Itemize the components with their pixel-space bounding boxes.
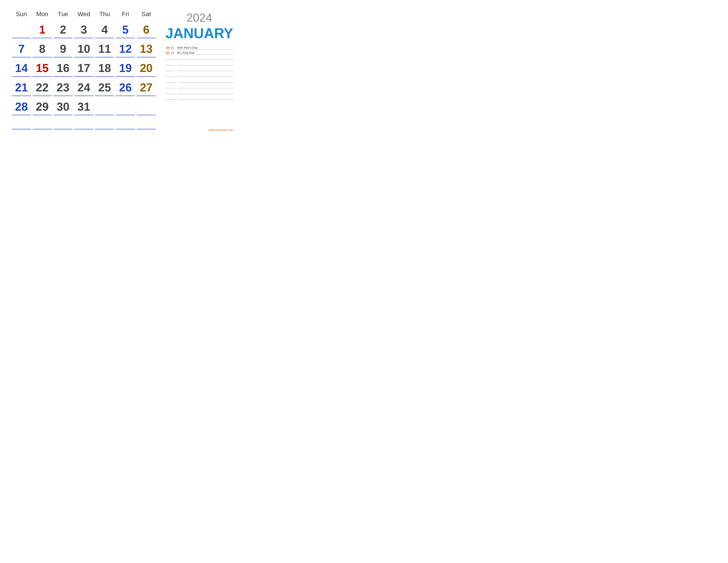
event-name-2: M L King Day [177,51,233,55]
week-5-underline [11,114,157,115]
header-tue: Tue [53,9,73,19]
day-empty-sat [136,98,157,114]
day-20: 20 [136,60,157,76]
day-25: 25 [94,79,115,95]
day-18: 18 [94,60,115,76]
day-6: 6 [136,21,157,37]
day-1: 1 [32,21,53,37]
day-5: 5 [115,21,136,37]
header-fri: Fri [115,9,136,19]
week-1-underline [11,37,157,38]
day-4: 4 [94,21,115,37]
day-17: 17 [73,60,94,76]
blank-date-2 [165,62,175,65]
header-mon: Mon [32,9,53,19]
header-wed: Wed [73,9,94,19]
day-3: 3 [73,21,94,37]
blank-date-3 [165,68,175,71]
day-10: 10 [73,40,94,56]
day-9: 9 [53,40,73,56]
blank-line-5 [165,79,233,83]
day-19: 19 [115,60,136,76]
week-6-underline [11,128,157,129]
event-name-1: New Year's Day [177,46,233,50]
day-22: 22 [32,79,53,95]
blank-text-7 [177,90,233,94]
month-label: JANUARY [165,25,233,41]
day-8: 8 [32,40,53,56]
week-3-underline [11,76,157,77]
header-thu: Thu [94,9,115,19]
blank-text-3 [177,68,233,71]
blank-text-5 [177,79,233,83]
week-4: 21 22 23 24 25 26 27 [11,79,157,95]
day-16: 16 [53,60,73,76]
day-23: 23 [53,79,73,95]
blank-text-1 [177,56,233,60]
day-26: 26 [115,79,136,95]
day-empty-thu [94,98,115,114]
day-15: 15 [32,60,53,76]
week-4-underline [11,95,157,96]
calendar-container: Sun Mon Tue Wed Thu Fri Sat 1 2 3 4 5 6 … [11,9,232,132]
day-28: 28 [11,98,32,114]
blank-text-2 [177,62,233,65]
blank-line-2 [165,62,233,65]
blank-date-5 [165,79,175,83]
blank-line-8 [165,96,233,100]
week-2-underline [11,56,157,57]
website-label: blank-calendar.com [165,126,233,132]
day-11: 11 [94,40,115,56]
day-headers: Sun Mon Tue Wed Thu Fri Sat [11,9,157,19]
year-label: 2024 [165,11,233,24]
blank-date-4 [165,73,175,77]
blank-line-1 [165,56,233,60]
blank-date-7 [165,90,175,94]
event-date-1: Jan 01 [165,46,175,50]
event-date-2: Jan 15 [165,51,175,55]
week-5: 28 29 30 31 [11,98,157,114]
blank-text-4 [177,73,233,77]
day-empty [11,21,32,37]
blank-line-4 [165,73,233,77]
day-30: 30 [53,98,73,114]
day-31: 31 [73,98,94,114]
blank-date-6 [165,85,175,88]
calendar-left: Sun Mon Tue Wed Thu Fri Sat 1 2 3 4 5 6 … [11,9,161,132]
day-27: 27 [136,79,157,95]
day-13: 13 [136,40,157,56]
calendar-right: 2024 JANUARY Jan 01 New Year's Day Jan 1… [161,9,233,132]
day-14: 14 [11,60,32,76]
day-24: 24 [73,79,94,95]
day-21: 21 [11,79,32,95]
week-3: 14 15 16 17 18 19 20 [11,60,157,76]
header-sun: Sun [11,9,32,19]
blank-text-6 [177,85,233,88]
day-empty-fri [115,98,136,114]
event-row-2: Jan 15 M L King Day [165,51,233,55]
day-2: 2 [53,21,73,37]
events-section: Jan 01 New Year's Day Jan 15 M L King Da… [165,46,233,126]
header-sat: Sat [136,9,157,19]
blank-date-8 [165,96,175,100]
week-1: 1 2 3 4 5 6 [11,21,157,37]
week-2: 7 8 9 10 11 12 13 [11,40,157,56]
day-29: 29 [32,98,53,114]
event-row-1: Jan 01 New Year's Day [165,46,233,50]
blank-line-3 [165,68,233,71]
blank-date-1 [165,56,175,60]
day-7: 7 [11,40,32,56]
blank-line-6 [165,85,233,88]
blank-text-8 [177,96,233,100]
blank-line-7 [165,90,233,94]
day-12: 12 [115,40,136,56]
